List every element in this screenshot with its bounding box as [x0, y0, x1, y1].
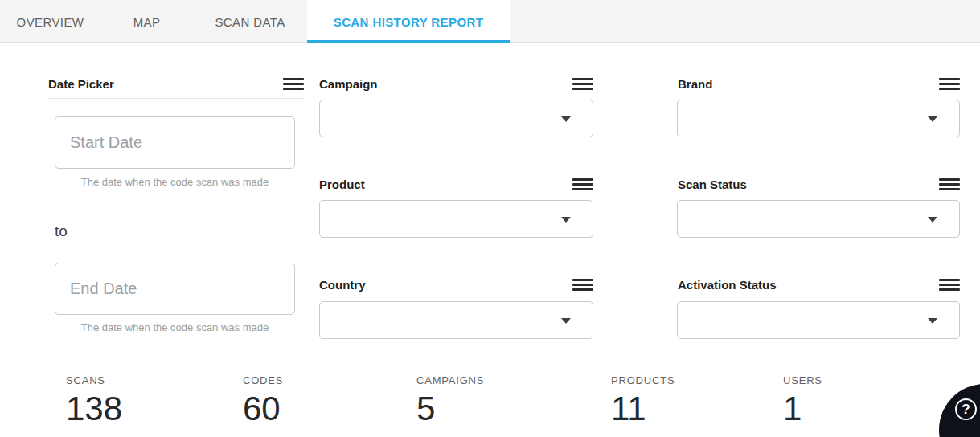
stat-products-label: PRODUCTS [611, 374, 675, 386]
tab-bar: OVERVIEW MAP SCAN DATA SCAN HISTORY REPO… [0, 0, 980, 43]
date-picker-header: Date Picker [48, 75, 304, 92]
stat-scans-label: SCANS [66, 374, 122, 386]
menu-icon[interactable] [939, 279, 960, 291]
country-header: Country [319, 276, 593, 293]
stat-scans: SCANS 138 [66, 374, 122, 426]
date-picker-title: Date Picker [48, 77, 114, 91]
stat-products-value: 11 [611, 392, 675, 426]
brand-title: Brand [678, 77, 712, 91]
stat-users-label: USERS [783, 374, 822, 386]
campaign-title: Campaign [319, 77, 378, 91]
product-select[interactable] [319, 200, 593, 238]
date-range-separator: to [55, 223, 68, 240]
activation-status-header: Activation Status [678, 276, 960, 293]
end-date-helper: The date when the code scan was made [55, 321, 295, 333]
tab-scan-data[interactable]: SCAN DATA [193, 0, 307, 43]
scan-status-title: Scan Status [678, 178, 747, 191]
menu-icon[interactable] [939, 178, 960, 190]
tab-overview[interactable]: OVERVIEW [0, 0, 100, 43]
stat-codes: CODES 60 [243, 374, 283, 426]
campaign-select[interactable] [319, 100, 593, 137]
stat-codes-value: 60 [243, 392, 283, 426]
stat-campaigns: CAMPAIGNS 5 [416, 374, 484, 426]
country-title: Country [319, 278, 366, 292]
activation-status-select[interactable] [677, 301, 960, 339]
date-picker-divider [48, 98, 304, 99]
menu-icon[interactable] [939, 78, 960, 90]
start-date-input[interactable] [55, 116, 295, 169]
menu-icon[interactable] [283, 78, 304, 90]
chevron-down-icon [928, 318, 937, 324]
chevron-down-icon [928, 116, 937, 122]
chevron-down-icon [561, 116, 571, 122]
stat-products: PRODUCTS 11 [611, 374, 675, 426]
scan-history-report-page: OVERVIEW MAP SCAN DATA SCAN HISTORY REPO… [0, 0, 980, 437]
brand-select[interactable] [677, 100, 960, 137]
tab-scan-history-report[interactable]: SCAN HISTORY REPORT [307, 0, 510, 43]
start-date-helper: The date when the code scan was made [55, 176, 295, 188]
product-header: Product [319, 175, 593, 193]
chevron-down-icon [561, 217, 571, 223]
scan-status-header: Scan Status [678, 175, 960, 193]
stat-codes-label: CODES [243, 374, 283, 386]
help-button[interactable]: ? [939, 384, 980, 437]
menu-icon[interactable] [572, 279, 593, 291]
chevron-down-icon [561, 318, 571, 324]
stat-campaigns-value: 5 [416, 392, 484, 426]
campaign-header: Campaign [319, 75, 593, 92]
stat-scans-value: 138 [66, 392, 122, 426]
brand-header: Brand [678, 75, 960, 92]
activation-status-title: Activation Status [678, 278, 777, 292]
menu-icon[interactable] [572, 178, 593, 190]
chevron-down-icon [928, 217, 937, 223]
product-title: Product [319, 178, 365, 191]
country-select[interactable] [319, 301, 593, 339]
stat-users: USERS 1 [783, 374, 822, 426]
menu-icon[interactable] [572, 78, 593, 90]
end-date-input[interactable] [55, 263, 295, 315]
stat-users-value: 1 [783, 392, 822, 426]
stat-campaigns-label: CAMPAIGNS [416, 374, 484, 386]
tab-map[interactable]: MAP [100, 0, 193, 43]
help-icon: ? [955, 398, 977, 420]
scan-status-select[interactable] [677, 200, 960, 238]
